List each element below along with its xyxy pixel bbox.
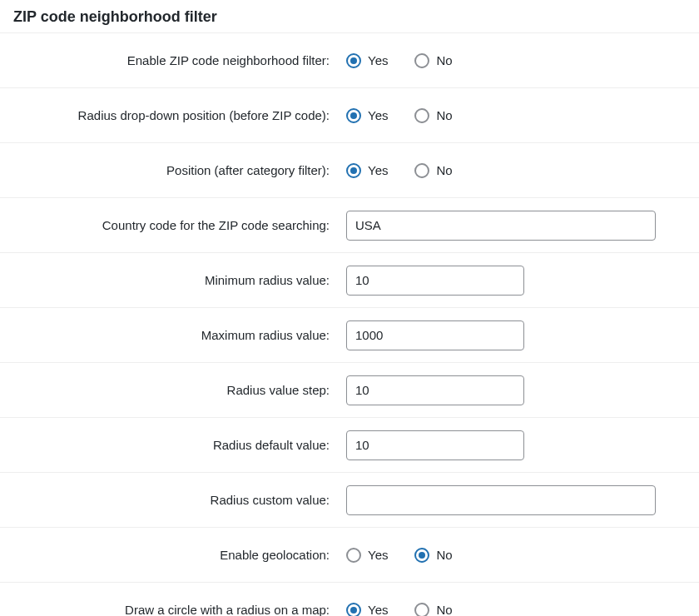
radio-label-no: No [436,548,452,562]
row-radius-default: Radius default value: [0,418,699,473]
row-max-radius: Maximum radius value: [0,308,699,363]
radio-icon [346,53,361,68]
section-title: ZIP code neighborhood filter [0,0,699,33]
radio-label-no: No [436,108,452,122]
radio-icon [414,163,429,178]
radio-icon [414,603,429,617]
label-position-after-category: Position (after category filter): [13,163,346,177]
label-enable-geolocation: Enable geolocation: [13,548,346,562]
radio-group-enable-geolocation: Yes No [346,548,453,563]
row-enable-zip-filter: Enable ZIP code neighborhood filter: Yes… [0,33,699,88]
radio-draw-circle-yes[interactable]: Yes [346,603,388,617]
radio-icon [346,108,361,123]
radio-group-position-after-category: Yes No [346,163,453,178]
input-radius-step[interactable] [346,375,524,405]
radio-position-after-category-no[interactable]: No [414,163,452,178]
radio-icon [346,548,361,563]
radio-enable-geolocation-no[interactable]: No [414,548,452,563]
row-radius-position: Radius drop-down position (before ZIP co… [0,88,699,143]
input-max-radius[interactable] [346,320,524,350]
row-position-after-category: Position (after category filter): Yes No [0,143,699,198]
radio-dot-icon [350,57,357,64]
label-draw-circle: Draw a circle with a radius on a map: [13,603,346,616]
radio-label-yes: Yes [368,548,388,562]
row-min-radius: Minimum radius value: [0,253,699,308]
radio-position-after-category-yes[interactable]: Yes [346,163,388,178]
radio-radius-position-no[interactable]: No [414,108,452,123]
label-country-code: Country code for the ZIP code searching: [13,218,346,232]
label-radius-position: Radius drop-down position (before ZIP co… [13,108,346,122]
row-country-code: Country code for the ZIP code searching: [0,198,699,253]
radio-dot-icon [419,552,425,559]
input-country-code[interactable] [346,211,656,241]
radio-dot-icon [350,112,357,119]
radio-enable-zip-filter-no[interactable]: No [414,53,452,68]
row-radius-step: Radius value step: [0,363,699,418]
label-max-radius: Maximum radius value: [13,328,346,342]
radio-dot-icon [350,607,357,614]
radio-icon [414,548,429,563]
row-enable-geolocation: Enable geolocation: Yes No [0,528,699,583]
label-min-radius: Minimum radius value: [13,273,346,287]
radio-draw-circle-no[interactable]: No [414,603,452,617]
radio-icon [346,603,361,617]
label-enable-zip-filter: Enable ZIP code neighborhood filter: [13,53,346,67]
label-radius-custom: Radius custom value: [13,493,346,507]
radio-label-yes: Yes [368,108,388,122]
input-radius-default[interactable] [346,430,524,460]
label-radius-default: Radius default value: [13,438,346,452]
radio-label-yes: Yes [368,53,388,67]
radio-label-no: No [436,603,452,616]
radio-label-no: No [436,53,452,67]
radio-enable-zip-filter-yes[interactable]: Yes [346,53,388,68]
radio-radius-position-yes[interactable]: Yes [346,108,388,123]
radio-label-yes: Yes [368,163,388,177]
radio-icon [414,53,429,68]
radio-group-radius-position: Yes No [346,108,453,123]
radio-icon [414,108,429,123]
radio-dot-icon [350,167,357,174]
row-draw-circle: Draw a circle with a radius on a map: Ye… [0,583,699,616]
input-radius-custom[interactable] [346,485,656,515]
input-min-radius[interactable] [346,266,524,296]
label-radius-step: Radius value step: [13,383,346,397]
radio-label-yes: Yes [368,603,388,616]
row-radius-custom: Radius custom value: [0,473,699,528]
radio-label-no: No [436,163,452,177]
radio-enable-geolocation-yes[interactable]: Yes [346,548,388,563]
radio-group-draw-circle: Yes No [346,603,453,617]
radio-group-enable-zip-filter: Yes No [346,53,453,68]
radio-icon [346,163,361,178]
